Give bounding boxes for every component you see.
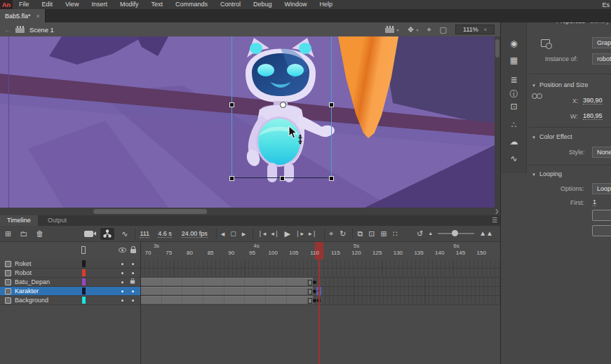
- frame-row-karakter[interactable]: [141, 287, 500, 296]
- layer-row-background[interactable]: Background: [0, 296, 140, 305]
- zoom-slider-knob[interactable]: [452, 230, 458, 236]
- transform-icon[interactable]: ⊡: [501, 102, 527, 112]
- layer-visibility-dot[interactable]: [121, 281, 123, 283]
- swatches-icon[interactable]: ▦: [501, 55, 527, 65]
- w-value[interactable]: 180,95: [583, 112, 603, 120]
- close-tab-icon[interactable]: ×: [36, 13, 40, 20]
- menu-item-debug[interactable]: Debug: [247, 0, 278, 9]
- modify-markers-icon[interactable]: ∷: [393, 229, 398, 238]
- selection-handle-bottom-left[interactable]: [229, 176, 234, 181]
- panel-menu-icon[interactable]: ☰: [492, 217, 497, 224]
- delete-layer-icon[interactable]: 🗑: [36, 229, 43, 238]
- clip-content-icon[interactable]: ▢: [440, 25, 447, 34]
- layer-locked-icon[interactable]: [130, 280, 135, 283]
- selection-handle-mid-left[interactable]: [229, 102, 234, 107]
- frame-row-roket[interactable]: [141, 259, 500, 269]
- onion-skin-outlines-icon[interactable]: ⊡: [368, 229, 375, 238]
- selection-bounding-box[interactable]: [231, 36, 332, 178]
- layer-color-swatch[interactable]: [82, 278, 86, 285]
- layer-visibility-dot[interactable]: [121, 290, 123, 292]
- zoom-out-frames-icon[interactable]: ▲: [428, 229, 433, 238]
- show-parenting-view-toggle[interactable]: [100, 228, 114, 240]
- frame-row-robot[interactable]: [141, 269, 500, 278]
- back-arrow-icon[interactable]: ←: [0, 26, 15, 34]
- frame-span[interactable]: [141, 296, 313, 304]
- lip-sync-button[interactable]: Lip S: [592, 225, 611, 236]
- cc-libraries-icon[interactable]: ☁: [501, 137, 527, 147]
- frames-area[interactable]: 3s4s5s6s70758085909510010511011512012513…: [140, 242, 500, 364]
- empty-frames[interactable]: [321, 296, 500, 304]
- step-forward-icon[interactable]: ▸: [242, 229, 246, 238]
- menu-item-insert[interactable]: Insert: [85, 0, 114, 9]
- onion-skin-icon[interactable]: ⧉: [357, 229, 363, 238]
- instance-name-field[interactable]: robot: [592, 53, 611, 65]
- selection-handle-bottom-center[interactable]: [280, 176, 285, 181]
- frame-row-batu_depan[interactable]: [141, 278, 500, 287]
- frame-span[interactable]: [141, 278, 313, 286]
- stage-horizontal-scrollbar[interactable]: ❯: [0, 208, 500, 215]
- brush-library-icon[interactable]: ∴: [501, 120, 527, 130]
- edit-symbols-icon[interactable]: ❖: [408, 25, 415, 34]
- layer-visibility-dot[interactable]: [121, 263, 123, 265]
- use-frame-picker-button[interactable]: Use Fra: [592, 210, 611, 221]
- previous-frame-icon[interactable]: ◂❘: [271, 229, 279, 238]
- section-color-effect[interactable]: Color Effect: [532, 133, 572, 140]
- advanced-layers-graph-icon[interactable]: ∿: [121, 229, 128, 238]
- link-width-height-icon[interactable]: [532, 93, 542, 99]
- loop-range-icon[interactable]: ▢: [230, 229, 236, 238]
- menu-item-view[interactable]: View: [59, 0, 85, 9]
- tab-timeline[interactable]: Timeline: [0, 215, 38, 226]
- scroll-right-arrow-icon[interactable]: ❯: [495, 208, 499, 214]
- first-frame-value[interactable]: 1: [593, 198, 596, 206]
- add-camera-icon[interactable]: [84, 231, 93, 237]
- edit-multiple-frames-icon[interactable]: ⊞: [380, 229, 387, 238]
- layer-color-swatch[interactable]: [82, 260, 86, 267]
- new-layer-icon[interactable]: ⊞: [5, 229, 11, 238]
- play-icon[interactable]: ▶: [284, 229, 290, 238]
- layer-color-swatch[interactable]: [82, 269, 86, 276]
- layer-color-swatch[interactable]: [82, 297, 86, 304]
- symbol-type-dropdown[interactable]: Graphic: [592, 37, 611, 48]
- edit-scene-icon[interactable]: [385, 26, 394, 33]
- transform-point[interactable]: [280, 102, 286, 108]
- menu-item-window[interactable]: Window: [278, 0, 314, 9]
- span-end-marker[interactable]: [308, 289, 312, 295]
- x-value[interactable]: 390,90: [583, 97, 603, 105]
- step-back-icon[interactable]: ◂: [221, 229, 225, 238]
- section-position-size[interactable]: Position and Size: [532, 81, 589, 88]
- span-end-marker[interactable]: [308, 298, 312, 304]
- menu-item-text[interactable]: Text: [145, 0, 169, 9]
- zoom-level-dropdown[interactable]: 111% ˅: [455, 25, 495, 34]
- new-folder-icon[interactable]: 🗀: [20, 229, 27, 238]
- zoom-in-frames-icon[interactable]: ▲▲: [479, 229, 493, 238]
- tab-output[interactable]: Output: [41, 215, 74, 226]
- empty-frames[interactable]: [321, 278, 500, 286]
- next-frame-icon[interactable]: ❘▸: [295, 229, 304, 238]
- center-frame-icon[interactable]: ⌖: [427, 25, 431, 34]
- layer-row-robot[interactable]: Robot: [0, 269, 140, 278]
- motion-editor-icon[interactable]: ∿: [501, 154, 527, 163]
- loop-playback-icon[interactable]: ↻: [340, 229, 346, 238]
- stage-vertical-scrollbar[interactable]: [495, 36, 500, 208]
- section-looping[interactable]: Looping: [532, 170, 562, 177]
- menu-item-commands[interactable]: Commands: [169, 0, 214, 9]
- layer-lock-dot[interactable]: [132, 272, 134, 274]
- workspace-switcher[interactable]: Es: [602, 1, 611, 8]
- lock-icon[interactable]: [130, 249, 136, 253]
- menu-item-edit[interactable]: Edit: [36, 0, 60, 9]
- layer-row-roket[interactable]: Roket: [0, 259, 140, 269]
- layer-lock-dot[interactable]: [132, 290, 134, 292]
- keyframe-dot[interactable]: [313, 299, 316, 302]
- document-tab[interactable]: Bab5.fla* ×: [0, 9, 46, 22]
- frame-row-background[interactable]: [141, 296, 500, 305]
- stage-canvas[interactable]: [0, 36, 495, 208]
- center-playhead-icon[interactable]: ⌖: [329, 229, 333, 238]
- layer-visibility-dot[interactable]: [121, 299, 123, 302]
- empty-frames[interactable]: [321, 287, 500, 295]
- assets-icon[interactable]: ◉: [501, 39, 527, 48]
- span-end-marker[interactable]: [308, 280, 312, 285]
- go-to-first-frame-icon[interactable]: ❘◂: [257, 229, 266, 238]
- layer-lock-dot[interactable]: [132, 263, 134, 265]
- layer-row-karakter[interactable]: Karakter: [0, 287, 140, 296]
- layer-row-batu_depan[interactable]: Batu_Depan: [0, 278, 140, 287]
